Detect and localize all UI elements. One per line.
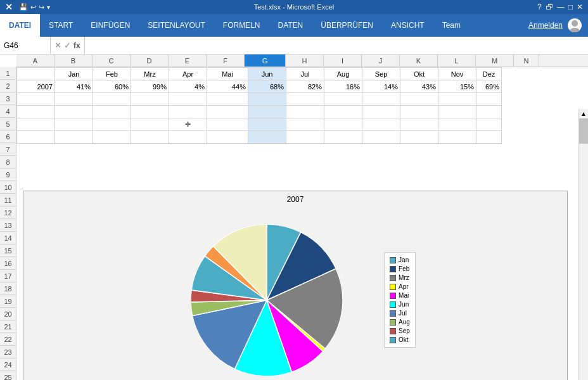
cell-H1[interactable]: Jul — [286, 68, 324, 80]
cancel-formula-icon[interactable]: ✕ — [54, 41, 61, 50]
cell-J5[interactable] — [362, 118, 400, 131]
row-num-11[interactable]: 11 — [0, 194, 16, 206]
tab-formeln[interactable]: FORMELN — [214, 14, 269, 37]
cell-A1[interactable] — [17, 68, 55, 80]
cell-A3[interactable] — [17, 93, 55, 106]
cell-F1[interactable]: Mai — [207, 68, 248, 80]
col-header-E[interactable]: E — [169, 54, 207, 66]
confirm-formula-icon[interactable]: ✓ — [64, 41, 71, 50]
cell-A5[interactable] — [17, 118, 55, 131]
cell-D5[interactable] — [131, 118, 169, 131]
cell-D4[interactable] — [131, 106, 169, 118]
row-num-20[interactable]: 20 — [0, 308, 16, 320]
row-num-13[interactable]: 13 — [0, 219, 16, 232]
cell-C1[interactable]: Feb — [93, 68, 131, 80]
vertical-scrollbar[interactable]: ▲ — [578, 109, 588, 380]
name-box[interactable]: G46 — [0, 37, 51, 54]
cell-D1[interactable]: Mrz — [131, 68, 169, 80]
row-num-9[interactable]: 9 — [0, 168, 16, 181]
cell-B6[interactable] — [55, 131, 93, 144]
row-num-21[interactable]: 21 — [0, 320, 16, 333]
cell-K3[interactable] — [400, 93, 438, 106]
cell-B2[interactable]: 41% — [55, 80, 93, 93]
cell-A4[interactable] — [17, 106, 55, 118]
col-header-K[interactable]: K — [400, 54, 438, 66]
col-header-D[interactable]: D — [131, 54, 169, 66]
cell-B4[interactable] — [55, 106, 93, 118]
cell-L5[interactable] — [438, 118, 476, 131]
help-button[interactable]: ? — [537, 3, 542, 11]
tab-team[interactable]: Team — [433, 14, 470, 37]
cell-C4[interactable] — [93, 106, 131, 118]
tab-seitenlayout[interactable]: SEITENLAYOUT — [139, 14, 214, 37]
cell-G3[interactable] — [248, 93, 286, 106]
cell-M4[interactable] — [476, 106, 502, 118]
row-num-1[interactable]: 1 — [0, 67, 16, 80]
cell-M3[interactable] — [476, 93, 502, 106]
cell-I1[interactable]: Aug — [324, 68, 362, 80]
cell-I5[interactable] — [324, 118, 362, 131]
cell-J4[interactable] — [362, 106, 400, 118]
cell-A6[interactable] — [17, 131, 55, 144]
cell-K2[interactable]: 43% — [400, 80, 438, 93]
cell-D6[interactable] — [131, 131, 169, 144]
cell-K6[interactable] — [400, 131, 438, 144]
row-num-5[interactable]: 5 — [0, 118, 16, 130]
cell-H4[interactable] — [286, 106, 324, 118]
row-num-24[interactable]: 24 — [0, 358, 16, 371]
cell-D3[interactable] — [131, 93, 169, 106]
row-num-8[interactable]: 8 — [0, 156, 16, 168]
cell-A2[interactable]: 2007 — [17, 80, 55, 93]
cell-M2[interactable]: 69% — [476, 80, 502, 93]
minimize-button[interactable]: — — [557, 3, 565, 11]
row-num-14[interactable]: 14 — [0, 232, 16, 244]
cell-H6[interactable] — [286, 131, 324, 144]
cell-H2[interactable]: 82% — [286, 80, 324, 93]
cell-C6[interactable] — [93, 131, 131, 144]
row-num-18[interactable]: 18 — [0, 282, 16, 295]
cell-J1[interactable]: Sep — [362, 68, 400, 80]
row-num-19[interactable]: 19 — [0, 295, 16, 308]
cell-F3[interactable] — [207, 93, 248, 106]
cell-I6[interactable] — [324, 131, 362, 144]
tab-start[interactable]: START — [40, 14, 82, 37]
cell-L4[interactable] — [438, 106, 476, 118]
cell-K5[interactable] — [400, 118, 438, 131]
col-header-C[interactable]: C — [93, 54, 131, 66]
col-header-B[interactable]: B — [54, 54, 93, 66]
row-num-17[interactable]: 17 — [0, 270, 16, 282]
cell-J3[interactable] — [362, 93, 400, 106]
redo-icon[interactable]: ↪ — [39, 3, 44, 11]
cell-C2[interactable]: 60% — [93, 80, 131, 93]
cell-K1[interactable]: Okt — [400, 68, 438, 80]
row-num-25[interactable]: 25 — [0, 371, 16, 380]
save-icon[interactable]: 💾 — [19, 3, 28, 11]
cell-B3[interactable] — [55, 93, 93, 106]
cell-E5[interactable]: ✛ — [169, 118, 207, 131]
col-header-G[interactable]: G — [245, 54, 286, 66]
col-header-J[interactable]: J — [362, 54, 400, 66]
row-num-10[interactable]: 10 — [0, 181, 16, 194]
restore-button[interactable]: □ — [568, 3, 573, 11]
cell-M1[interactable]: Dez — [476, 68, 502, 80]
undo-icon[interactable]: ↩ — [30, 3, 36, 11]
row-num-2[interactable]: 2 — [0, 80, 16, 92]
row-num-3[interactable]: 3 — [0, 92, 16, 105]
cell-K4[interactable] — [400, 106, 438, 118]
cell-L3[interactable] — [438, 93, 476, 106]
cell-E2[interactable]: 4% — [169, 80, 207, 93]
col-header-F[interactable]: F — [207, 54, 245, 66]
scroll-up-button[interactable]: ▲ — [579, 109, 588, 118]
col-header-A[interactable]: A — [16, 54, 54, 66]
cell-H3[interactable] — [286, 93, 324, 106]
col-header-I[interactable]: I — [324, 54, 362, 66]
col-header-M[interactable]: M — [476, 54, 514, 66]
tab-ansicht[interactable]: ANSICHT — [382, 14, 433, 37]
cell-I2[interactable]: 16% — [324, 80, 362, 93]
tab-ueberpruefen[interactable]: ÜBERPRÜFEN — [312, 14, 382, 37]
cell-G2[interactable]: 68% — [248, 80, 286, 93]
col-header-H[interactable]: H — [286, 54, 324, 66]
row-num-16[interactable]: 16 — [0, 257, 16, 270]
row-num-7[interactable]: 7 — [0, 143, 16, 156]
ribbon-display-button[interactable]: 🗗 — [546, 3, 553, 11]
